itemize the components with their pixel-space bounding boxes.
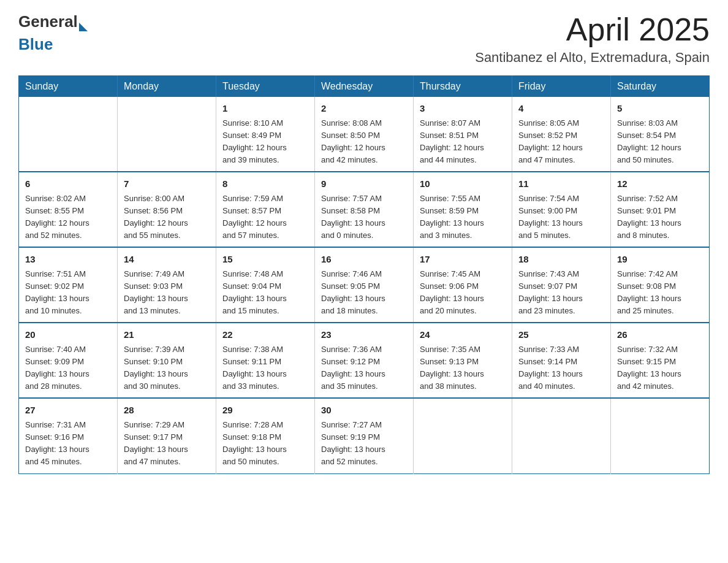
table-row: 11Sunrise: 7:54 AM Sunset: 9:00 PM Dayli… (512, 172, 611, 247)
page-header: General Blue April 2025 Santibanez el Al… (18, 12, 710, 66)
day-info: Sunrise: 7:36 AM Sunset: 9:12 PM Dayligh… (321, 343, 407, 393)
day-info: Sunrise: 8:00 AM Sunset: 8:56 PM Dayligh… (124, 193, 210, 242)
table-row: 10Sunrise: 7:55 AM Sunset: 8:59 PM Dayli… (414, 172, 512, 247)
table-row: 26Sunrise: 7:32 AM Sunset: 9:15 PM Dayli… (611, 323, 710, 398)
day-number: 14 (124, 253, 210, 267)
table-row: 6Sunrise: 8:02 AM Sunset: 8:55 PM Daylig… (19, 172, 118, 247)
day-info: Sunrise: 7:28 AM Sunset: 9:18 PM Dayligh… (222, 419, 308, 469)
day-number: 22 (222, 328, 308, 342)
day-number: 24 (420, 328, 506, 342)
header-sunday: Sunday (19, 76, 118, 98)
day-info: Sunrise: 7:59 AM Sunset: 8:57 PM Dayligh… (222, 193, 308, 242)
day-number: 16 (321, 253, 407, 267)
day-number: 8 (222, 177, 308, 191)
page-title: April 2025 (475, 12, 710, 47)
week-row-5: 27Sunrise: 7:31 AM Sunset: 9:16 PM Dayli… (19, 398, 710, 473)
table-row: 1Sunrise: 8:10 AM Sunset: 8:49 PM Daylig… (216, 97, 315, 172)
table-row (512, 398, 611, 473)
day-number: 10 (420, 177, 506, 191)
table-row: 2Sunrise: 8:08 AM Sunset: 8:50 PM Daylig… (315, 97, 414, 172)
day-number: 12 (617, 177, 703, 191)
day-number: 3 (420, 102, 506, 116)
day-info: Sunrise: 7:40 AM Sunset: 9:09 PM Dayligh… (25, 343, 111, 393)
day-info: Sunrise: 7:42 AM Sunset: 9:08 PM Dayligh… (617, 268, 703, 318)
table-row: 14Sunrise: 7:49 AM Sunset: 9:03 PM Dayli… (118, 247, 216, 323)
day-number: 21 (124, 328, 210, 342)
table-row: 18Sunrise: 7:43 AM Sunset: 9:07 PM Dayli… (512, 247, 611, 323)
day-number: 4 (518, 102, 604, 116)
table-row (414, 398, 512, 473)
title-block: April 2025 Santibanez el Alto, Extremadu… (475, 12, 710, 66)
day-number: 15 (222, 253, 308, 267)
table-row: 20Sunrise: 7:40 AM Sunset: 9:09 PM Dayli… (19, 323, 118, 398)
table-row: 5Sunrise: 8:03 AM Sunset: 8:54 PM Daylig… (611, 97, 710, 172)
day-info: Sunrise: 7:38 AM Sunset: 9:11 PM Dayligh… (222, 343, 308, 393)
day-number: 30 (321, 404, 407, 418)
table-row: 17Sunrise: 7:45 AM Sunset: 9:06 PM Dayli… (414, 247, 512, 323)
day-info: Sunrise: 7:27 AM Sunset: 9:19 PM Dayligh… (321, 419, 407, 469)
table-row (19, 97, 118, 172)
table-row: 15Sunrise: 7:48 AM Sunset: 9:04 PM Dayli… (216, 247, 315, 323)
weekday-header-row: SundayMondayTuesdayWednesdayThursdayFrid… (19, 76, 710, 98)
header-saturday: Saturday (611, 76, 710, 98)
page-subtitle: Santibanez el Alto, Extremadura, Spain (475, 50, 710, 66)
day-number: 26 (617, 328, 703, 342)
table-row: 27Sunrise: 7:31 AM Sunset: 9:16 PM Dayli… (19, 398, 118, 473)
day-number: 2 (321, 102, 407, 116)
table-row: 4Sunrise: 8:05 AM Sunset: 8:52 PM Daylig… (512, 97, 611, 172)
table-row: 19Sunrise: 7:42 AM Sunset: 9:08 PM Dayli… (611, 247, 710, 323)
day-info: Sunrise: 7:57 AM Sunset: 8:58 PM Dayligh… (321, 193, 407, 242)
week-row-2: 6Sunrise: 8:02 AM Sunset: 8:55 PM Daylig… (19, 172, 710, 247)
day-info: Sunrise: 7:49 AM Sunset: 9:03 PM Dayligh… (124, 268, 210, 318)
header-friday: Friday (512, 76, 611, 98)
day-info: Sunrise: 7:29 AM Sunset: 9:17 PM Dayligh… (124, 419, 210, 469)
table-row: 13Sunrise: 7:51 AM Sunset: 9:02 PM Dayli… (19, 247, 118, 323)
day-info: Sunrise: 7:32 AM Sunset: 9:15 PM Dayligh… (617, 343, 703, 393)
table-row: 29Sunrise: 7:28 AM Sunset: 9:18 PM Dayli… (216, 398, 315, 473)
day-info: Sunrise: 7:54 AM Sunset: 9:00 PM Dayligh… (518, 193, 604, 242)
logo-blue: Blue (18, 35, 53, 54)
calendar-table: SundayMondayTuesdayWednesdayThursdayFrid… (18, 75, 710, 473)
table-row: 7Sunrise: 8:00 AM Sunset: 8:56 PM Daylig… (118, 172, 216, 247)
logo-triangle-icon (79, 23, 88, 31)
logo-general: General (18, 12, 78, 31)
day-info: Sunrise: 7:52 AM Sunset: 9:01 PM Dayligh… (617, 193, 703, 242)
day-info: Sunrise: 7:39 AM Sunset: 9:10 PM Dayligh… (124, 343, 210, 393)
day-info: Sunrise: 8:03 AM Sunset: 8:54 PM Dayligh… (617, 117, 703, 167)
day-info: Sunrise: 7:43 AM Sunset: 9:07 PM Dayligh… (518, 268, 604, 318)
day-info: Sunrise: 8:08 AM Sunset: 8:50 PM Dayligh… (321, 117, 407, 167)
calendar-header: SundayMondayTuesdayWednesdayThursdayFrid… (19, 76, 710, 98)
day-info: Sunrise: 8:02 AM Sunset: 8:55 PM Dayligh… (25, 193, 111, 242)
table-row: 9Sunrise: 7:57 AM Sunset: 8:58 PM Daylig… (315, 172, 414, 247)
day-info: Sunrise: 7:35 AM Sunset: 9:13 PM Dayligh… (420, 343, 506, 393)
day-info: Sunrise: 7:33 AM Sunset: 9:14 PM Dayligh… (518, 343, 604, 393)
day-info: Sunrise: 7:51 AM Sunset: 9:02 PM Dayligh… (25, 268, 111, 318)
day-number: 13 (25, 253, 111, 267)
day-number: 18 (518, 253, 604, 267)
table-row: 24Sunrise: 7:35 AM Sunset: 9:13 PM Dayli… (414, 323, 512, 398)
header-tuesday: Tuesday (216, 76, 315, 98)
day-number: 20 (25, 328, 111, 342)
logo-text-block: General Blue (18, 12, 88, 54)
week-row-1: 1Sunrise: 8:10 AM Sunset: 8:49 PM Daylig… (19, 97, 710, 172)
table-row: 28Sunrise: 7:29 AM Sunset: 9:17 PM Dayli… (118, 398, 216, 473)
day-number: 1 (222, 102, 308, 116)
table-row: 21Sunrise: 7:39 AM Sunset: 9:10 PM Dayli… (118, 323, 216, 398)
table-row: 30Sunrise: 7:27 AM Sunset: 9:19 PM Dayli… (315, 398, 414, 473)
day-number: 28 (124, 404, 210, 418)
day-info: Sunrise: 7:31 AM Sunset: 9:16 PM Dayligh… (25, 419, 111, 469)
day-number: 11 (518, 177, 604, 191)
day-number: 25 (518, 328, 604, 342)
day-info: Sunrise: 7:48 AM Sunset: 9:04 PM Dayligh… (222, 268, 308, 318)
table-row (118, 97, 216, 172)
header-monday: Monday (118, 76, 216, 98)
day-info: Sunrise: 7:55 AM Sunset: 8:59 PM Dayligh… (420, 193, 506, 242)
calendar-body: 1Sunrise: 8:10 AM Sunset: 8:49 PM Daylig… (19, 97, 710, 473)
table-row: 25Sunrise: 7:33 AM Sunset: 9:14 PM Dayli… (512, 323, 611, 398)
week-row-3: 13Sunrise: 7:51 AM Sunset: 9:02 PM Dayli… (19, 247, 710, 323)
day-number: 7 (124, 177, 210, 191)
table-row: 16Sunrise: 7:46 AM Sunset: 9:05 PM Dayli… (315, 247, 414, 323)
day-info: Sunrise: 7:46 AM Sunset: 9:05 PM Dayligh… (321, 268, 407, 318)
day-number: 9 (321, 177, 407, 191)
day-number: 23 (321, 328, 407, 342)
